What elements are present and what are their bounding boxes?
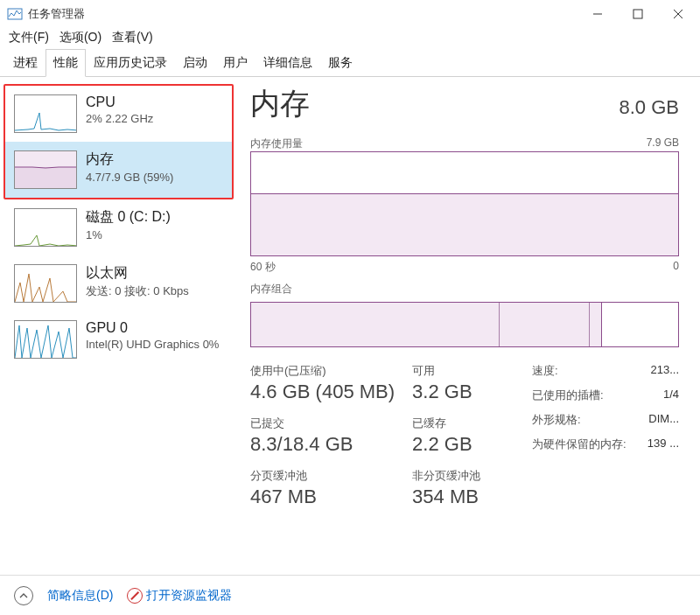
svg-rect-5 xyxy=(15,167,77,189)
sidebar-item-memory[interactable]: 内存 4.7/7.9 GB (59%) xyxy=(5,142,232,198)
memory-hardware-info: 速度:213... 已使用的插槽:1/4 外形规格:DIM... 为硬件保留的内… xyxy=(532,363,679,508)
cpu-thumbnail-chart xyxy=(14,94,77,133)
red-highlight-box: CPU 2% 2.22 GHz 内存 4.7/7.9 GB (59%) xyxy=(4,84,234,199)
disk-thumbnail-chart xyxy=(14,208,77,247)
gpu-title: GPU 0 xyxy=(86,320,219,336)
menu-options[interactable]: 选项(O) xyxy=(60,30,102,45)
footer-bar: 简略信息(D) 打开资源监视器 xyxy=(0,575,700,615)
stat-committed: 已提交 8.3/18.4 GB xyxy=(250,416,395,456)
memory-stats: 使用中(已压缩) 4.6 GB (405 MB) 可用 3.2 GB 已提交 8… xyxy=(250,363,679,508)
window-title: 任务管理器 xyxy=(28,6,578,22)
stat-nonpaged: 非分页缓冲池 354 MB xyxy=(412,468,516,508)
tab-details[interactable]: 详细信息 xyxy=(256,49,320,76)
sidebar-item-cpu[interactable]: CPU 2% 2.22 GHz xyxy=(5,86,232,142)
gpu-thumbnail-chart xyxy=(14,320,77,359)
ethernet-sub: 发送: 0 接收: 0 Kbps xyxy=(86,284,189,299)
gpu-sub: Intel(R) UHD Graphics 0% xyxy=(86,338,219,353)
chevron-up-icon[interactable] xyxy=(14,586,33,605)
maximize-button[interactable] xyxy=(618,1,658,27)
cpu-title: CPU xyxy=(86,94,153,110)
ethernet-thumbnail-chart xyxy=(14,264,77,303)
disk-title: 磁盘 0 (C: D:) xyxy=(86,208,171,227)
tab-processes[interactable]: 进程 xyxy=(5,49,46,76)
performance-sidebar: CPU 2% 2.22 GHz 内存 4.7/7.9 GB (59%) xyxy=(0,77,236,555)
menu-view[interactable]: 查看(V) xyxy=(112,30,153,45)
tab-bar: 进程 性能 应用历史记录 启动 用户 详细信息 服务 xyxy=(0,49,700,77)
stat-paged: 分页缓冲池 467 MB xyxy=(250,468,395,508)
composition-label: 内存组合 xyxy=(250,282,292,297)
stat-in-use: 使用中(已压缩) 4.6 GB (405 MB) xyxy=(250,363,395,403)
memory-composition-chart xyxy=(250,302,679,347)
detail-title: 内存 xyxy=(250,84,310,124)
prohibited-icon xyxy=(127,588,143,604)
task-manager-icon xyxy=(7,6,23,22)
usage-chart-label: 内存使用量 xyxy=(250,136,303,151)
memory-sub: 4.7/7.9 GB (59%) xyxy=(86,171,173,185)
tab-performance[interactable]: 性能 xyxy=(46,49,86,77)
close-button[interactable] xyxy=(658,1,698,27)
svg-rect-2 xyxy=(634,10,642,18)
fewer-details-link[interactable]: 简略信息(D) xyxy=(47,588,113,604)
tab-services[interactable]: 服务 xyxy=(320,49,360,76)
disk-sub: 1% xyxy=(86,228,171,243)
usage-chart-max: 7.9 GB xyxy=(647,136,679,151)
cpu-sub: 2% 2.22 GHz xyxy=(86,112,153,127)
memory-thumbnail-chart xyxy=(14,150,77,189)
detail-total: 8.0 GB xyxy=(620,96,679,119)
memory-title: 内存 xyxy=(86,150,173,169)
tab-users[interactable]: 用户 xyxy=(215,49,256,76)
memory-detail-panel: 内存 8.0 GB 内存使用量 7.9 GB 60 秒 0 内存组合 使用中(已… xyxy=(236,77,700,555)
sidebar-item-gpu[interactable]: GPU 0 Intel(R) UHD Graphics 0% xyxy=(5,311,235,367)
usage-chart-xright: 0 xyxy=(673,260,679,275)
tab-app-history[interactable]: 应用历史记录 xyxy=(86,49,175,76)
ethernet-title: 以太网 xyxy=(86,264,189,283)
usage-chart-xleft: 60 秒 xyxy=(250,260,276,275)
memory-usage-chart xyxy=(250,151,679,256)
stat-available: 可用 3.2 GB xyxy=(412,363,516,403)
stat-cached: 已缓存 2.2 GB xyxy=(412,416,516,456)
tab-startup[interactable]: 启动 xyxy=(175,49,215,76)
sidebar-item-disk[interactable]: 磁盘 0 (C: D:) 1% xyxy=(5,199,235,255)
open-resource-monitor-link[interactable]: 打开资源监视器 xyxy=(127,588,232,604)
title-bar: 任务管理器 xyxy=(0,0,700,28)
minimize-button[interactable] xyxy=(578,1,618,27)
sidebar-item-ethernet[interactable]: 以太网 发送: 0 接收: 0 Kbps xyxy=(5,255,235,311)
menu-file[interactable]: 文件(F) xyxy=(9,30,49,45)
main-area: CPU 2% 2.22 GHz 内存 4.7/7.9 GB (59%) xyxy=(0,77,700,555)
menu-bar: 文件(F) 选项(O) 查看(V) xyxy=(0,28,700,49)
